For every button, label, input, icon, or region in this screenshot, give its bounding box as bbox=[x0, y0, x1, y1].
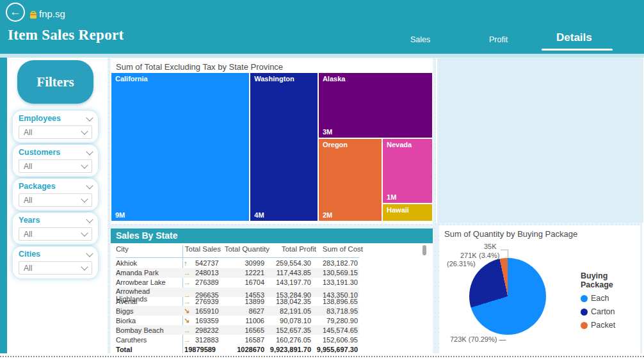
cell-sales: 248013 bbox=[195, 269, 216, 277]
total-label: Total bbox=[116, 346, 182, 353]
treemap-node-washington[interactable]: Washington4M bbox=[250, 72, 318, 221]
table-row-amanda-park[interactable]: Amanda Park→24801312221117,443.85130,569… bbox=[116, 268, 359, 278]
brand-logo[interactable]: fnp.sg bbox=[29, 8, 65, 19]
table-row-biggs[interactable]: Biggs↘165910862782,191.0583,718.95 bbox=[116, 306, 359, 316]
legend-item-packet[interactable]: Packet bbox=[581, 321, 640, 330]
filter-dropdown-years[interactable]: All bbox=[19, 227, 92, 241]
pie-callout-label: (26.31%) bbox=[447, 260, 476, 268]
filters-button[interactable]: Filters bbox=[17, 60, 93, 104]
cell-qty: 30999 bbox=[216, 259, 264, 267]
cell-cost: 83,718.95 bbox=[311, 307, 358, 315]
treemap-node-value: 2M bbox=[323, 211, 332, 219]
table-row-akhiok[interactable]: Akhiok↑54273730999259,554.30283,182.70 bbox=[116, 259, 359, 268]
filter-card-cities: CitiesAll bbox=[13, 246, 98, 278]
cell-cost: 283,182.70 bbox=[311, 259, 358, 267]
pie-callout-label: 271K bbox=[460, 252, 477, 259]
cell-city: Caruthers bbox=[116, 336, 182, 344]
chevron-down-icon[interactable] bbox=[86, 114, 93, 121]
chevron-down-icon[interactable] bbox=[86, 182, 93, 189]
table-row-biorka[interactable]: Biorka↘1693591100690,078.1079,280.90 bbox=[116, 316, 359, 325]
cell-sales: 298232 bbox=[195, 326, 216, 334]
column-header-city[interactable]: City bbox=[116, 245, 182, 257]
brand-logo-text: fnp.sg bbox=[39, 8, 65, 19]
column-header-total-quantity[interactable]: Total Quantity bbox=[221, 245, 270, 257]
table-row-arrowbear-lake[interactable]: Arrowbear Lake→27638916704143,197.70133,… bbox=[116, 278, 359, 287]
column-header-sum-of-cost[interactable]: Sum of Cost bbox=[316, 245, 363, 257]
dropdown-value: All bbox=[24, 264, 32, 273]
tab-profit[interactable]: Profit bbox=[489, 35, 508, 44]
filter-label: Employees bbox=[19, 114, 61, 123]
pie-panel: Sum of Quantity by Buying Package 35K(3.… bbox=[439, 225, 640, 354]
filter-card-years: YearsAll bbox=[13, 213, 98, 245]
table-row-bombay-beach[interactable]: Bombay Beach→29823216565152,657.35145,57… bbox=[116, 325, 359, 335]
table-row-caruthers[interactable]: Caruthers→31288316587160,276.05152,606.9… bbox=[116, 335, 359, 344]
legend-item-carton[interactable]: Carton bbox=[581, 307, 640, 316]
treemap-node-oregon[interactable]: Oregon2M bbox=[318, 138, 382, 221]
cell-qty: 16565 bbox=[216, 326, 264, 334]
table-body: Akhiok↑54273730999259,554.30283,182.70Am… bbox=[116, 259, 359, 353]
treemap-node-label: Washington bbox=[254, 75, 294, 83]
treemap-node-nevada[interactable]: Nevada1M bbox=[382, 138, 433, 204]
cell-cost: 133,191.30 bbox=[311, 278, 358, 286]
chevron-down-icon[interactable] bbox=[86, 250, 93, 257]
total-sales: 19879589 bbox=[182, 346, 216, 353]
treemap-node-value: 9M bbox=[115, 211, 125, 219]
dropdown-value: All bbox=[24, 162, 32, 171]
chevron-down-icon bbox=[81, 229, 88, 236]
cell-city: Amanda Park bbox=[116, 269, 182, 277]
filter-card-packages: PackagesAll bbox=[13, 179, 98, 211]
treemap-chart: California9MWashington4MAlaska3MOregon2M… bbox=[111, 72, 433, 221]
cell-cost: 138,896.65 bbox=[311, 298, 358, 305]
cell-profit: 152,657.35 bbox=[264, 326, 311, 334]
cell-qty: 12221 bbox=[216, 269, 264, 277]
chevron-down-icon[interactable] bbox=[86, 216, 93, 223]
treemap-node-value: 1M bbox=[387, 193, 396, 201]
cell-city: Biorka bbox=[116, 317, 182, 325]
treemap-node-california[interactable]: California9M bbox=[111, 72, 250, 221]
chevron-down-icon[interactable] bbox=[86, 148, 93, 155]
pie-legend: Buying Package EachCartonPacket bbox=[581, 271, 640, 330]
pie-chart[interactable] bbox=[469, 258, 546, 335]
trend-right-icon: → bbox=[182, 278, 195, 286]
filter-dropdown-employees[interactable]: All bbox=[19, 125, 92, 139]
back-icon[interactable]: ← bbox=[6, 3, 25, 22]
filter-card-employees: EmployeesAll bbox=[13, 111, 98, 143]
tab-sales[interactable]: Sales bbox=[410, 35, 430, 44]
trend-down-icon: ↘ bbox=[182, 316, 195, 325]
table-column-headers: CityTotal SalesTotal QuantityTotal Profi… bbox=[116, 245, 359, 258]
legend-item-each[interactable]: Each bbox=[581, 294, 640, 303]
table-row-avenal[interactable]: Avenal→27693913899138,042.35138,896.65 bbox=[116, 297, 359, 307]
table-total-row: Total1987958910286709,923,891.709,955,69… bbox=[116, 344, 359, 353]
treemap-node-label: Nevada bbox=[387, 141, 412, 148]
trend-right-icon: → bbox=[182, 298, 195, 305]
legend-dot bbox=[581, 322, 588, 329]
table-scrollbar-thumb[interactable] bbox=[423, 245, 426, 255]
filter-label: Years bbox=[19, 216, 40, 225]
sales-table-panel: Sales By State CityTotal SalesTotal Quan… bbox=[111, 229, 433, 353]
cell-profit: 259,554.30 bbox=[264, 259, 311, 267]
column-header-total-profit[interactable]: Total Profit bbox=[270, 245, 316, 257]
cell-sales: 312883 bbox=[195, 336, 216, 344]
chevron-down-icon bbox=[81, 127, 88, 134]
tab-details[interactable]: Details bbox=[556, 31, 592, 44]
dropdown-value: All bbox=[24, 230, 32, 239]
table-row-arrowhead-highlands[interactable]: Arrowhead Highlands→29663514553153,284.9… bbox=[116, 287, 359, 297]
treemap-node-alaska[interactable]: Alaska3M bbox=[318, 72, 433, 138]
treemap-node-label: Alaska bbox=[323, 75, 345, 83]
cell-qty: 13899 bbox=[216, 298, 264, 305]
treemap-panel: Sum of Total Excluding Tax by State Prov… bbox=[111, 58, 433, 224]
filter-dropdown-cities[interactable]: All bbox=[19, 261, 92, 275]
pie-callout-label: (3.4%) bbox=[479, 252, 499, 259]
filter-dropdown-packages[interactable]: All bbox=[19, 193, 92, 207]
treemap-node-label: Hawaii bbox=[387, 206, 409, 214]
trend-up-icon: ↑ bbox=[182, 259, 195, 267]
column-header-total-sales[interactable]: Total Sales bbox=[182, 245, 221, 257]
cell-cost: 145,574.65 bbox=[311, 326, 358, 334]
cell-profit: 160,276.05 bbox=[264, 336, 311, 344]
left-accent-strip bbox=[0, 58, 7, 353]
pie-callout-label: 35K bbox=[484, 243, 497, 250]
treemap-node-hawaii[interactable]: Hawaii bbox=[382, 204, 433, 221]
filter-dropdown-customers[interactable]: All bbox=[19, 159, 92, 173]
cell-cost: 130,569.15 bbox=[311, 269, 358, 277]
page-title: Item Sales Report bbox=[8, 27, 124, 44]
